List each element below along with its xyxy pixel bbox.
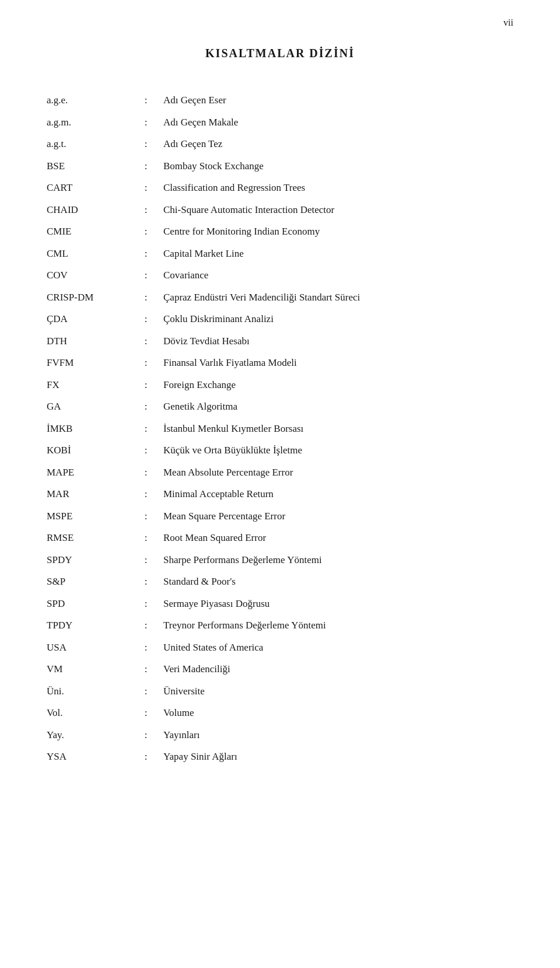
abbreviation: USA bbox=[47, 637, 128, 659]
abbreviation: TPDY bbox=[47, 614, 128, 637]
colon-separator: : bbox=[128, 308, 163, 330]
abbreviation: Üni. bbox=[47, 680, 128, 703]
definition: Yapay Sinir Ağları bbox=[163, 746, 513, 768]
colon-separator: : bbox=[128, 221, 163, 243]
colon-separator: : bbox=[128, 724, 163, 746]
table-row: S&P:Standard & Poor's bbox=[47, 571, 513, 593]
colon-separator: : bbox=[128, 155, 163, 177]
table-row: USA:United States of America bbox=[47, 637, 513, 659]
abbreviation: MAPE bbox=[47, 462, 128, 484]
colon-separator: : bbox=[128, 439, 163, 462]
table-row: MAPE:Mean Absolute Percentage Error bbox=[47, 462, 513, 484]
page-title: KISALTMALAR DİZİNİ bbox=[47, 47, 513, 60]
colon-separator: : bbox=[128, 111, 163, 134]
definition: Küçük ve Orta Büyüklükte İşletme bbox=[163, 439, 513, 462]
abbreviation: CMIE bbox=[47, 221, 128, 243]
abbreviation: FVFM bbox=[47, 352, 128, 374]
definition: Mean Absolute Percentage Error bbox=[163, 462, 513, 484]
abbreviation: a.g.e. bbox=[47, 89, 128, 111]
definition: Adı Geçen Eser bbox=[163, 89, 513, 111]
table-row: YSA:Yapay Sinir Ağları bbox=[47, 746, 513, 768]
abbreviation: a.g.m. bbox=[47, 111, 128, 134]
colon-separator: : bbox=[128, 680, 163, 703]
abbreviation: S&P bbox=[47, 571, 128, 593]
abbreviation: ÇDA bbox=[47, 308, 128, 330]
page-number: vii bbox=[503, 18, 513, 28]
colon-separator: : bbox=[128, 89, 163, 111]
colon-separator: : bbox=[128, 396, 163, 418]
table-row: COV:Covariance bbox=[47, 264, 513, 286]
table-row: GA:Genetik Algoritma bbox=[47, 396, 513, 418]
abbreviation: FX bbox=[47, 374, 128, 396]
table-row: a.g.e.:Adı Geçen Eser bbox=[47, 89, 513, 111]
table-row: MAR:Minimal Acceptable Return bbox=[47, 483, 513, 505]
abbreviation: İMKB bbox=[47, 418, 128, 440]
colon-separator: : bbox=[128, 133, 163, 155]
definition: Veri Madenciliği bbox=[163, 658, 513, 680]
definition: Foreign Exchange bbox=[163, 374, 513, 396]
definition: Adı Geçen Makale bbox=[163, 111, 513, 134]
colon-separator: : bbox=[128, 330, 163, 352]
definition: Adı Geçen Tez bbox=[163, 133, 513, 155]
table-row: a.g.m.:Adı Geçen Makale bbox=[47, 111, 513, 134]
table-row: VM:Veri Madenciliği bbox=[47, 658, 513, 680]
abbreviation: Vol. bbox=[47, 702, 128, 724]
definition: Döviz Tevdiat Hesabı bbox=[163, 330, 513, 352]
definition: Chi-Square Automatic Interaction Detecto… bbox=[163, 199, 513, 221]
abbreviation: MAR bbox=[47, 483, 128, 505]
table-row: BSE:Bombay Stock Exchange bbox=[47, 155, 513, 177]
definition: Çapraz Endüstri Veri Madenciliği Standar… bbox=[163, 286, 513, 309]
colon-separator: : bbox=[128, 614, 163, 637]
abbreviation: CART bbox=[47, 177, 128, 199]
definition: United States of America bbox=[163, 637, 513, 659]
table-row: TPDY:Treynor Performans Değerleme Yöntem… bbox=[47, 614, 513, 637]
abbreviation: CRISP-DM bbox=[47, 286, 128, 309]
definition: Volume bbox=[163, 702, 513, 724]
definition: Root Mean Squared Error bbox=[163, 527, 513, 549]
table-row: RMSE:Root Mean Squared Error bbox=[47, 527, 513, 549]
definition: Sharpe Performans Değerleme Yöntemi bbox=[163, 549, 513, 571]
abbreviation: MSPE bbox=[47, 505, 128, 527]
definition: Minimal Acceptable Return bbox=[163, 483, 513, 505]
abbreviation: DTH bbox=[47, 330, 128, 352]
abbreviation: CML bbox=[47, 243, 128, 265]
table-row: FX:Foreign Exchange bbox=[47, 374, 513, 396]
definition: Çoklu Diskriminant Analizi bbox=[163, 308, 513, 330]
definition: Üniversite bbox=[163, 680, 513, 703]
table-row: MSPE:Mean Square Percentage Error bbox=[47, 505, 513, 527]
definition: Yayınları bbox=[163, 724, 513, 746]
table-row: Yay.:Yayınları bbox=[47, 724, 513, 746]
definition: İstanbul Menkul Kıymetler Borsası bbox=[163, 418, 513, 440]
table-row: CHAID:Chi-Square Automatic Interaction D… bbox=[47, 199, 513, 221]
abbreviation: SPDY bbox=[47, 549, 128, 571]
colon-separator: : bbox=[128, 746, 163, 768]
colon-separator: : bbox=[128, 658, 163, 680]
definition: Capital Market Line bbox=[163, 243, 513, 265]
table-row: a.g.t.:Adı Geçen Tez bbox=[47, 133, 513, 155]
definition: Sermaye Piyasası Doğrusu bbox=[163, 593, 513, 615]
colon-separator: : bbox=[128, 286, 163, 309]
definition: Treynor Performans Değerleme Yöntemi bbox=[163, 614, 513, 637]
table-row: SPDY:Sharpe Performans Değerleme Yöntemi bbox=[47, 549, 513, 571]
abbreviation: COV bbox=[47, 264, 128, 286]
colon-separator: : bbox=[128, 571, 163, 593]
colon-separator: : bbox=[128, 177, 163, 199]
abbreviation: GA bbox=[47, 396, 128, 418]
colon-separator: : bbox=[128, 593, 163, 615]
abbreviation: SPD bbox=[47, 593, 128, 615]
abbreviation: Yay. bbox=[47, 724, 128, 746]
definition: Mean Square Percentage Error bbox=[163, 505, 513, 527]
colon-separator: : bbox=[128, 243, 163, 265]
definition: Genetik Algoritma bbox=[163, 396, 513, 418]
colon-separator: : bbox=[128, 637, 163, 659]
abbreviations-table: a.g.e.:Adı Geçen Esera.g.m.:Adı Geçen Ma… bbox=[47, 89, 513, 768]
colon-separator: : bbox=[128, 418, 163, 440]
colon-separator: : bbox=[128, 374, 163, 396]
table-row: CMIE:Centre for Monitoring Indian Econom… bbox=[47, 221, 513, 243]
table-row: CML:Capital Market Line bbox=[47, 243, 513, 265]
abbreviation: a.g.t. bbox=[47, 133, 128, 155]
abbreviation: BSE bbox=[47, 155, 128, 177]
table-row: ÇDA:Çoklu Diskriminant Analizi bbox=[47, 308, 513, 330]
table-row: KOBİ:Küçük ve Orta Büyüklükte İşletme bbox=[47, 439, 513, 462]
abbreviation: KOBİ bbox=[47, 439, 128, 462]
